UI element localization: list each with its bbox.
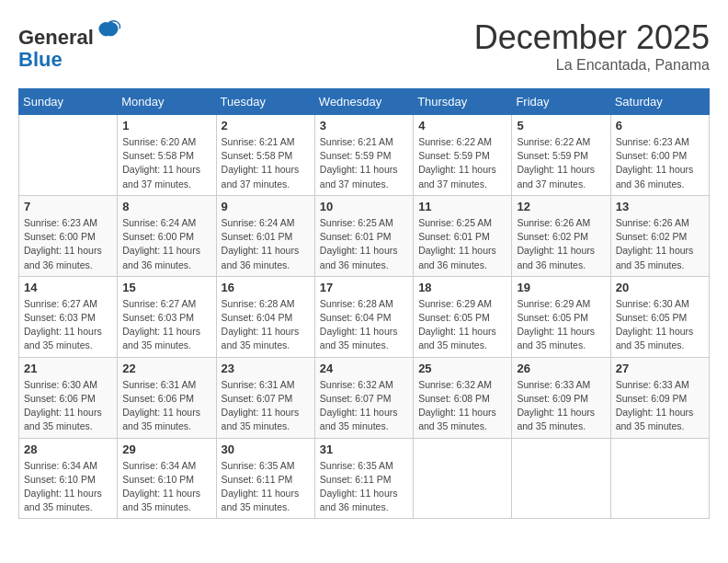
day-of-week-header: Thursday — [414, 89, 512, 115]
day-info: Sunrise: 6:24 AMSunset: 6:01 PMDaylight:… — [222, 216, 310, 272]
day-info: Sunrise: 6:26 AMSunset: 6:02 PMDaylight:… — [616, 216, 704, 272]
day-info: Sunrise: 6:21 AMSunset: 5:58 PMDaylight:… — [222, 135, 310, 191]
day-info: Sunrise: 6:31 AMSunset: 6:06 PMDaylight:… — [122, 378, 210, 434]
day-of-week-header: Monday — [118, 89, 216, 115]
day-number: 11 — [418, 200, 506, 213]
calendar-day-cell — [414, 438, 512, 519]
calendar-day-cell — [512, 438, 610, 519]
day-info: Sunrise: 6:30 AMSunset: 6:06 PMDaylight:… — [24, 378, 112, 434]
calendar-day-cell: 28Sunrise: 6:34 AMSunset: 6:10 PMDayligh… — [19, 438, 118, 519]
calendar-day-cell: 16Sunrise: 6:28 AMSunset: 6:04 PMDayligh… — [216, 276, 314, 357]
day-number: 25 — [418, 362, 506, 375]
day-number: 28 — [24, 442, 112, 456]
day-number: 26 — [517, 362, 605, 375]
day-number: 13 — [616, 200, 704, 213]
calendar-day-cell: 4Sunrise: 6:22 AMSunset: 5:59 PMDaylight… — [414, 115, 512, 196]
day-info: Sunrise: 6:28 AMSunset: 6:04 PMDaylight:… — [222, 297, 310, 353]
day-number: 30 — [222, 442, 310, 456]
day-info: Sunrise: 6:33 AMSunset: 6:09 PMDaylight:… — [616, 378, 704, 434]
day-of-week-header: Friday — [512, 89, 610, 115]
calendar-day-cell: 10Sunrise: 6:25 AMSunset: 6:01 PMDayligh… — [314, 195, 413, 276]
calendar-table: SundayMondayTuesdayWednesdayThursdayFrid… — [18, 88, 710, 519]
calendar-day-cell: 9Sunrise: 6:24 AMSunset: 6:01 PMDaylight… — [216, 195, 314, 276]
day-number: 4 — [418, 119, 506, 132]
calendar-day-cell: 11Sunrise: 6:25 AMSunset: 6:01 PMDayligh… — [414, 195, 512, 276]
calendar-day-cell: 8Sunrise: 6:24 AMSunset: 6:00 PMDaylight… — [118, 195, 216, 276]
calendar-week-row: 14Sunrise: 6:27 AMSunset: 6:03 PMDayligh… — [19, 276, 710, 357]
day-number: 27 — [616, 362, 704, 375]
calendar-day-cell: 24Sunrise: 6:32 AMSunset: 6:07 PMDayligh… — [314, 357, 413, 438]
calendar-day-cell: 6Sunrise: 6:23 AMSunset: 6:00 PMDaylight… — [610, 115, 709, 196]
logo: General Blue — [18, 18, 121, 71]
day-number: 6 — [616, 119, 704, 132]
day-of-week-header: Tuesday — [216, 89, 314, 115]
day-info: Sunrise: 6:35 AMSunset: 6:11 PMDaylight:… — [320, 459, 408, 515]
location: La Encantada, Panama — [474, 57, 710, 74]
title-block: December 2025 La Encantada, Panama — [474, 18, 710, 74]
calendar-day-cell — [610, 438, 709, 519]
day-info: Sunrise: 6:30 AMSunset: 6:05 PMDaylight:… — [616, 297, 704, 353]
day-info: Sunrise: 6:25 AMSunset: 6:01 PMDaylight:… — [418, 216, 506, 272]
calendar-day-cell: 26Sunrise: 6:33 AMSunset: 6:09 PMDayligh… — [512, 357, 610, 438]
day-info: Sunrise: 6:25 AMSunset: 6:01 PMDaylight:… — [320, 216, 408, 272]
day-info: Sunrise: 6:34 AMSunset: 6:10 PMDaylight:… — [24, 459, 112, 515]
calendar-week-row: 28Sunrise: 6:34 AMSunset: 6:10 PMDayligh… — [19, 438, 710, 519]
day-number: 8 — [122, 200, 210, 213]
day-number: 29 — [122, 442, 210, 456]
day-number: 24 — [320, 362, 408, 375]
logo-general: General — [18, 26, 94, 49]
day-info: Sunrise: 6:24 AMSunset: 6:00 PMDaylight:… — [122, 216, 210, 272]
calendar-day-cell: 25Sunrise: 6:32 AMSunset: 6:08 PMDayligh… — [414, 357, 512, 438]
day-info: Sunrise: 6:23 AMSunset: 6:00 PMDaylight:… — [616, 135, 704, 191]
day-number: 10 — [320, 200, 408, 213]
day-number: 15 — [122, 281, 210, 294]
calendar-day-cell: 22Sunrise: 6:31 AMSunset: 6:06 PMDayligh… — [118, 357, 216, 438]
calendar-week-row: 7Sunrise: 6:23 AMSunset: 6:00 PMDaylight… — [19, 195, 710, 276]
day-number: 12 — [517, 200, 605, 213]
calendar-day-cell — [19, 115, 118, 196]
day-of-week-header: Saturday — [610, 89, 709, 115]
calendar-day-cell: 30Sunrise: 6:35 AMSunset: 6:11 PMDayligh… — [216, 438, 314, 519]
calendar-day-cell: 5Sunrise: 6:22 AMSunset: 5:59 PMDaylight… — [512, 115, 610, 196]
day-info: Sunrise: 6:31 AMSunset: 6:07 PMDaylight:… — [222, 378, 310, 434]
month-title: December 2025 — [474, 18, 710, 57]
calendar-day-cell: 17Sunrise: 6:28 AMSunset: 6:04 PMDayligh… — [314, 276, 413, 357]
day-number: 2 — [222, 119, 310, 132]
day-info: Sunrise: 6:21 AMSunset: 5:59 PMDaylight:… — [320, 135, 408, 191]
calendar-day-cell: 29Sunrise: 6:34 AMSunset: 6:10 PMDayligh… — [118, 438, 216, 519]
calendar-day-cell: 7Sunrise: 6:23 AMSunset: 6:00 PMDaylight… — [19, 195, 118, 276]
day-info: Sunrise: 6:22 AMSunset: 5:59 PMDaylight:… — [418, 135, 506, 191]
day-number: 3 — [320, 119, 408, 132]
calendar-day-cell: 21Sunrise: 6:30 AMSunset: 6:06 PMDayligh… — [19, 357, 118, 438]
calendar-day-cell: 14Sunrise: 6:27 AMSunset: 6:03 PMDayligh… — [19, 276, 118, 357]
calendar-day-cell: 2Sunrise: 6:21 AMSunset: 5:58 PMDaylight… — [216, 115, 314, 196]
logo-blue: Blue — [18, 49, 63, 71]
calendar-day-cell: 18Sunrise: 6:29 AMSunset: 6:05 PMDayligh… — [414, 276, 512, 357]
day-info: Sunrise: 6:34 AMSunset: 6:10 PMDaylight:… — [122, 459, 210, 515]
day-number: 18 — [418, 281, 506, 294]
day-number: 14 — [24, 281, 112, 294]
day-info: Sunrise: 6:20 AMSunset: 5:58 PMDaylight:… — [122, 135, 210, 191]
calendar-day-cell: 1Sunrise: 6:20 AMSunset: 5:58 PMDaylight… — [118, 115, 216, 196]
calendar-day-cell: 19Sunrise: 6:29 AMSunset: 6:05 PMDayligh… — [512, 276, 610, 357]
day-number: 7 — [24, 200, 112, 213]
day-info: Sunrise: 6:23 AMSunset: 6:00 PMDaylight:… — [24, 216, 112, 272]
day-number: 23 — [222, 362, 310, 375]
day-info: Sunrise: 6:35 AMSunset: 6:11 PMDaylight:… — [222, 459, 310, 515]
calendar-day-cell: 13Sunrise: 6:26 AMSunset: 6:02 PMDayligh… — [610, 195, 709, 276]
day-number: 20 — [616, 281, 704, 294]
day-info: Sunrise: 6:27 AMSunset: 6:03 PMDaylight:… — [122, 297, 210, 353]
calendar-header-row: SundayMondayTuesdayWednesdayThursdayFrid… — [19, 89, 710, 115]
day-number: 22 — [122, 362, 210, 375]
day-of-week-header: Sunday — [19, 89, 118, 115]
day-info: Sunrise: 6:32 AMSunset: 6:08 PMDaylight:… — [418, 378, 506, 434]
day-number: 17 — [320, 281, 408, 294]
day-info: Sunrise: 6:29 AMSunset: 6:05 PMDaylight:… — [418, 297, 506, 353]
day-info: Sunrise: 6:26 AMSunset: 6:02 PMDaylight:… — [517, 216, 605, 272]
calendar-week-row: 1Sunrise: 6:20 AMSunset: 5:58 PMDaylight… — [19, 115, 710, 196]
calendar-day-cell: 3Sunrise: 6:21 AMSunset: 5:59 PMDaylight… — [314, 115, 413, 196]
day-info: Sunrise: 6:33 AMSunset: 6:09 PMDaylight:… — [517, 378, 605, 434]
calendar-day-cell: 31Sunrise: 6:35 AMSunset: 6:11 PMDayligh… — [314, 438, 413, 519]
day-number: 16 — [222, 281, 310, 294]
day-info: Sunrise: 6:29 AMSunset: 6:05 PMDaylight:… — [517, 297, 605, 353]
